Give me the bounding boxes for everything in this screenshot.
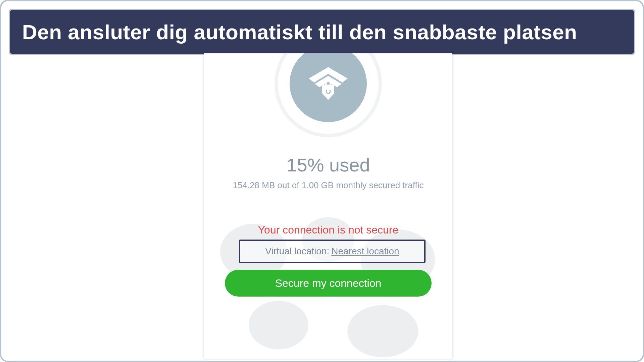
usage-percentage: 15% used — [204, 154, 452, 176]
virtual-location-value: Nearest location — [331, 246, 399, 257]
caption-text: Den ansluter dig automatiskt till den sn… — [22, 20, 577, 44]
vpn-shield-icon — [305, 65, 352, 102]
caption-banner: Den ansluter dig automatiskt till den sn… — [9, 9, 635, 55]
virtual-location-label: Virtual location: — [265, 246, 329, 257]
usage-detail: 154.28 MB out of 1.00 GB monthly secured… — [204, 180, 452, 191]
secure-connection-button[interactable]: Secure my connection — [225, 270, 432, 297]
vpn-app-card: 15% used 154.28 MB out of 1.00 GB monthl… — [204, 53, 452, 359]
vpn-logo-disc — [290, 53, 367, 122]
figure-frame: Den ansluter dig automatiskt till den sn… — [0, 0, 644, 362]
vpn-logo-badge — [275, 53, 382, 137]
connection-status-warning: Your connection is not secure — [204, 224, 452, 236]
virtual-location-selector[interactable]: Virtual location: Nearest location — [239, 240, 426, 263]
